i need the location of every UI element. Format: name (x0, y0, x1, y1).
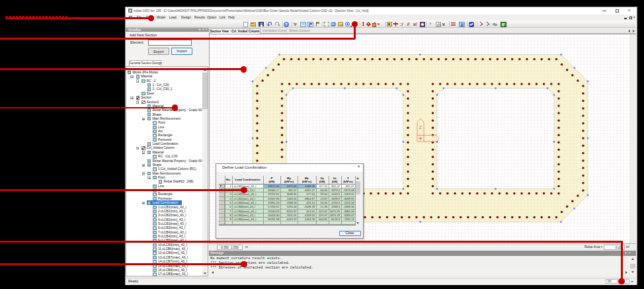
svg-text:Z: Z (419, 124, 423, 129)
